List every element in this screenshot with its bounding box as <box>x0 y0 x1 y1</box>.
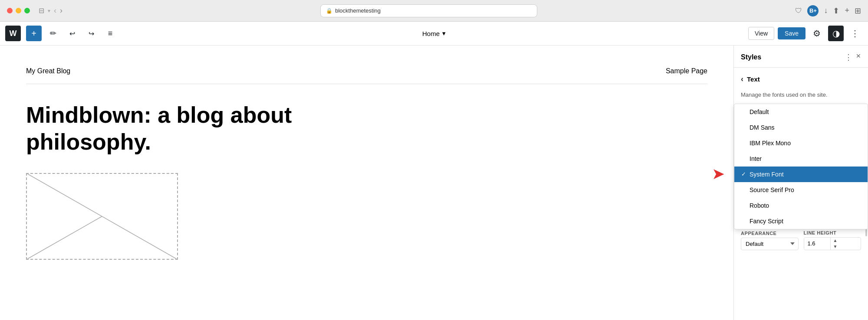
traffic-lights <box>7 8 30 13</box>
wp-logo-text: W <box>10 29 17 38</box>
font-label-system-font: System Font <box>750 171 784 178</box>
font-label-dm-sans: DM Sans <box>750 124 775 131</box>
font-label-ibm-plex-mono: IBM Plex Mono <box>750 140 791 147</box>
font-label-default: Default <box>750 108 769 115</box>
view-button[interactable]: View <box>748 27 774 40</box>
page-title-selector[interactable]: Home ▾ <box>422 29 446 37</box>
appearance-label: APPEARANCE <box>741 231 799 236</box>
back-navigation[interactable]: ‹ Text <box>741 75 861 84</box>
pencil-icon: ✏ <box>50 29 56 38</box>
undo-icon: ↩ <box>69 29 75 38</box>
appearance-line-height-row: APPEARANCE Default LINE HEIGHT ▲ ▼ <box>741 230 861 250</box>
styles-more-icon[interactable]: ⋮ <box>845 52 852 62</box>
styles-button[interactable]: ◑ <box>828 26 844 41</box>
styles-panel: Styles ⋮ ✕ ‹ Text Manage the fonts used … <box>733 46 868 320</box>
plus-icon: + <box>31 29 36 39</box>
font-dropdown-popup: ✓ Default ✓ DM Sans ✓ IBM Plex Mono ✓ In… <box>734 104 868 229</box>
wp-toolbar: W + ✏ ↩ ↪ ≡ Home ▾ View Save ⚙ ◑ ⋮ <box>0 22 868 46</box>
page-heading: Mindblown: a blog about philosophy. <box>26 101 417 156</box>
url-text: blockthemetesting <box>335 7 381 14</box>
section-title: Text <box>747 75 760 83</box>
browser-chrome: ⊟ ▾ ‹ › 🔒 blockthemetesting 🛡 B+ ↓ ⬆ + ⊞ <box>0 0 868 22</box>
share-icon[interactable]: ⬆ <box>833 6 839 16</box>
settings-button[interactable]: ⚙ <box>809 26 825 41</box>
site-header: My Great Blog Sample Page <box>26 59 707 84</box>
image-placeholder[interactable] <box>26 173 178 260</box>
edit-mode-button[interactable]: ✏ <box>45 26 61 41</box>
redo-button[interactable]: ↪ <box>83 26 99 41</box>
font-label-roboto: Roboto <box>750 202 769 209</box>
styles-panel-title: Styles <box>741 53 761 61</box>
toolbar-right: View Save ⚙ ◑ ⋮ <box>748 26 863 41</box>
back-arrow-icon: ‹ <box>741 75 743 84</box>
styles-icon: ◑ <box>832 28 840 39</box>
brave-badge[interactable]: B+ <box>807 5 819 16</box>
add-tab-icon[interactable]: + <box>845 6 849 15</box>
canvas-inner: My Great Blog Sample Page Mindblown: a b… <box>0 46 733 320</box>
panel-description: Manage the fonts used on the site. <box>741 91 861 99</box>
svg-line-1 <box>28 216 102 259</box>
font-label-inter: Inter <box>750 155 762 162</box>
address-bar[interactable]: 🔒 blockthemetesting <box>320 4 537 17</box>
font-option-dm-sans[interactable]: ✓ DM Sans <box>734 120 868 135</box>
font-option-source-serif-pro[interactable]: ✓ Source Serif Pro <box>734 182 868 198</box>
main-layout: My Great Blog Sample Page Mindblown: a b… <box>0 46 868 320</box>
save-button[interactable]: Save <box>778 27 806 39</box>
browser-nav-controls: ⊟ ▾ ‹ › <box>39 6 62 15</box>
appearance-select[interactable]: Default <box>741 238 799 250</box>
chevron-down-icon: ▾ <box>48 8 50 14</box>
red-arrow-indicator: ➤ <box>712 165 725 183</box>
line-height-spinner[interactable]: ▲ ▼ <box>804 237 861 250</box>
grid-icon[interactable]: ⊞ <box>855 6 861 16</box>
undo-button[interactable]: ↩ <box>64 26 80 41</box>
wp-logo[interactable]: W <box>5 26 21 41</box>
font-option-default[interactable]: ✓ Default <box>734 104 868 120</box>
styles-close-icon[interactable]: ✕ <box>856 52 861 62</box>
font-label-fancy-script: Fancy Script <box>750 218 783 225</box>
add-block-button[interactable]: + <box>26 26 42 41</box>
sidebar-toggle-icon[interactable]: ⊟ <box>39 7 44 15</box>
appearance-field: APPEARANCE Default <box>741 231 799 250</box>
font-option-fancy-script[interactable]: ✓ Fancy Script <box>734 213 868 229</box>
font-option-system-font[interactable]: ✓ System Font <box>734 167 868 182</box>
list-icon: ≡ <box>108 29 113 38</box>
canvas-area: My Great Blog Sample Page Mindblown: a b… <box>0 46 733 320</box>
back-icon[interactable]: ‹ <box>54 6 56 15</box>
font-option-ibm-plex-mono[interactable]: ✓ IBM Plex Mono <box>734 135 868 151</box>
minimize-traffic-light[interactable] <box>16 8 21 13</box>
download-icon[interactable]: ↓ <box>824 6 828 15</box>
chevron-down-icon: ▾ <box>442 29 446 37</box>
font-option-roboto[interactable]: ✓ Roboto <box>734 198 868 213</box>
font-option-inter[interactable]: ✓ Inter <box>734 151 868 167</box>
list-view-button[interactable]: ≡ <box>102 26 118 41</box>
spinner-down-button[interactable]: ▼ <box>831 244 840 250</box>
placeholder-svg <box>27 174 177 259</box>
line-height-label: LINE HEIGHT <box>804 230 861 235</box>
spinner-up-button[interactable]: ▲ <box>831 238 840 244</box>
fullscreen-traffic-light[interactable] <box>24 8 30 13</box>
font-check-system-font: ✓ <box>741 171 746 177</box>
more-options-button[interactable]: ⋮ <box>847 26 863 41</box>
address-bar-wrap: 🔒 blockthemetesting <box>68 4 790 17</box>
font-label-source-serif-pro: Source Serif Pro <box>750 186 794 193</box>
site-title: My Great Blog <box>26 67 70 75</box>
shield-icon: 🛡 <box>795 7 802 15</box>
line-height-field: LINE HEIGHT ▲ ▼ <box>804 230 861 250</box>
styles-panel-header: Styles ⋮ ✕ <box>734 46 868 68</box>
security-icon: 🔒 <box>326 8 332 14</box>
browser-right-controls: 🛡 B+ ↓ ⬆ + ⊞ <box>795 5 861 16</box>
spinner-buttons: ▲ ▼ <box>830 238 840 250</box>
more-icon: ⋮ <box>851 28 859 39</box>
site-nav: Sample Page <box>666 67 707 75</box>
line-height-input[interactable] <box>804 238 830 249</box>
page-title-text: Home <box>422 30 440 37</box>
redo-icon: ↪ <box>89 29 94 38</box>
styles-header-icons: ⋮ ✕ <box>845 52 861 62</box>
gear-icon: ⚙ <box>813 28 821 39</box>
close-traffic-light[interactable] <box>7 8 13 13</box>
panel-content: ‹ Text Manage the fonts used on the site… <box>734 68 868 320</box>
forward-icon[interactable]: › <box>60 6 62 15</box>
